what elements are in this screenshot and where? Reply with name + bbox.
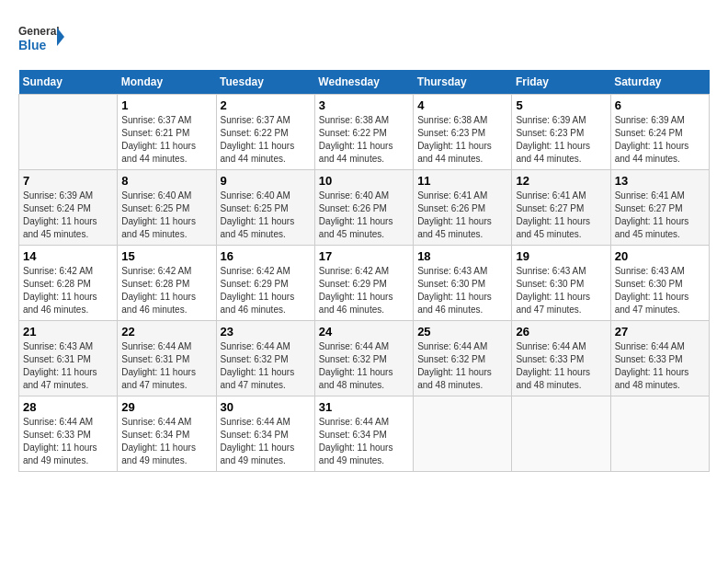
sunset-text: Sunset: 6:25 PM xyxy=(221,203,289,213)
calendar-day-18: 18Sunrise: 6:43 AMSunset: 6:30 PMDayligh… xyxy=(414,246,512,321)
sunset-text: Sunset: 6:25 PM xyxy=(121,203,189,213)
sunrise-text: Sunrise: 6:39 AM xyxy=(615,115,685,125)
day-number: 21 xyxy=(23,325,113,339)
daylight-text: Daylight: 11 hours xyxy=(417,367,492,377)
day-info: Sunrise: 6:41 AMSunset: 6:26 PMDaylight:… xyxy=(417,190,507,241)
weekday-header-tuesday: Tuesday xyxy=(216,70,314,95)
day-info: Sunrise: 6:41 AMSunset: 6:27 PMDaylight:… xyxy=(516,190,606,241)
calendar-day-29: 29Sunrise: 6:44 AMSunset: 6:34 PMDayligh… xyxy=(118,396,216,472)
daylight-minutes: and 44 minutes. xyxy=(417,154,483,164)
daylight-minutes: and 48 minutes. xyxy=(319,380,384,390)
daylight-minutes: and 47 minutes. xyxy=(23,380,88,390)
sunset-text: Sunset: 6:26 PM xyxy=(417,203,485,213)
day-info: Sunrise: 6:40 AMSunset: 6:26 PMDaylight:… xyxy=(319,190,409,241)
daylight-minutes: and 47 minutes. xyxy=(615,304,680,315)
daylight-minutes: and 46 minutes. xyxy=(121,304,187,315)
calendar-day-1: 1Sunrise: 6:37 AMSunset: 6:21 PMDaylight… xyxy=(118,95,216,170)
day-number: 22 xyxy=(121,325,211,339)
day-number: 8 xyxy=(121,174,211,188)
daylight-text: Daylight: 11 hours xyxy=(121,141,196,151)
day-number: 12 xyxy=(516,174,606,188)
day-number: 20 xyxy=(615,249,705,263)
day-info: Sunrise: 6:42 AMSunset: 6:29 PMDaylight:… xyxy=(319,265,409,316)
day-info: Sunrise: 6:39 AMSunset: 6:23 PMDaylight:… xyxy=(516,114,606,166)
daylight-minutes: and 45 minutes. xyxy=(319,229,384,239)
sunset-text: Sunset: 6:33 PM xyxy=(516,354,584,364)
day-info: Sunrise: 6:43 AMSunset: 6:30 PMDaylight:… xyxy=(615,265,705,316)
sunrise-text: Sunrise: 6:37 AM xyxy=(121,115,191,125)
sunset-text: Sunset: 6:21 PM xyxy=(121,128,189,138)
daylight-text: Daylight: 11 hours xyxy=(23,442,97,453)
page-header: General Blue xyxy=(18,18,710,55)
daylight-text: Daylight: 11 hours xyxy=(319,367,393,377)
sunrise-text: Sunrise: 6:40 AM xyxy=(121,190,191,201)
calendar-table: SundayMondayTuesdayWednesdayThursdayFrid… xyxy=(18,70,710,472)
daylight-text: Daylight: 11 hours xyxy=(23,367,97,377)
calendar-week-5: 28Sunrise: 6:44 AMSunset: 6:33 PMDayligh… xyxy=(19,396,710,472)
weekday-header-friday: Friday xyxy=(512,70,610,95)
daylight-text: Daylight: 11 hours xyxy=(516,141,590,151)
sunset-text: Sunset: 6:27 PM xyxy=(615,203,683,213)
sunset-text: Sunset: 6:27 PM xyxy=(516,203,584,213)
day-number: 24 xyxy=(319,325,409,339)
svg-marker-2 xyxy=(57,28,64,46)
sunrise-text: Sunrise: 6:44 AM xyxy=(221,341,290,351)
calendar-day-8: 8Sunrise: 6:40 AMSunset: 6:25 PMDaylight… xyxy=(118,170,216,246)
daylight-text: Daylight: 11 hours xyxy=(615,292,689,302)
sunrise-text: Sunrise: 6:44 AM xyxy=(319,341,389,351)
sunrise-text: Sunrise: 6:40 AM xyxy=(319,190,389,201)
day-number: 10 xyxy=(319,174,409,188)
sunrise-text: Sunrise: 6:43 AM xyxy=(615,266,685,276)
empty-cell xyxy=(610,396,709,472)
sunrise-text: Sunrise: 6:38 AM xyxy=(319,115,389,125)
sunrise-text: Sunrise: 6:44 AM xyxy=(23,417,93,427)
calendar-day-5: 5Sunrise: 6:39 AMSunset: 6:23 PMDaylight… xyxy=(512,95,610,170)
day-info: Sunrise: 6:42 AMSunset: 6:29 PMDaylight:… xyxy=(221,265,311,316)
sunrise-text: Sunrise: 6:44 AM xyxy=(615,341,685,351)
sunrise-text: Sunrise: 6:39 AM xyxy=(516,115,586,125)
daylight-text: Daylight: 11 hours xyxy=(516,216,590,226)
daylight-minutes: and 49 minutes. xyxy=(319,455,384,465)
sunset-text: Sunset: 6:29 PM xyxy=(319,279,387,289)
calendar-week-4: 21Sunrise: 6:43 AMSunset: 6:31 PMDayligh… xyxy=(19,321,710,396)
day-number: 2 xyxy=(221,98,311,112)
sunset-text: Sunset: 6:31 PM xyxy=(23,354,91,364)
svg-text:General: General xyxy=(18,25,60,38)
sunrise-text: Sunrise: 6:44 AM xyxy=(221,417,290,427)
day-info: Sunrise: 6:40 AMSunset: 6:25 PMDaylight:… xyxy=(121,190,211,241)
daylight-text: Daylight: 11 hours xyxy=(615,367,689,377)
day-info: Sunrise: 6:44 AMSunset: 6:34 PMDaylight:… xyxy=(319,416,409,467)
day-info: Sunrise: 6:43 AMSunset: 6:31 PMDaylight:… xyxy=(23,340,113,392)
calendar-day-26: 26Sunrise: 6:44 AMSunset: 6:33 PMDayligh… xyxy=(512,321,610,396)
day-number: 14 xyxy=(23,249,113,263)
sunrise-text: Sunrise: 6:41 AM xyxy=(417,190,487,201)
daylight-minutes: and 44 minutes. xyxy=(121,154,187,164)
day-info: Sunrise: 6:44 AMSunset: 6:33 PMDaylight:… xyxy=(23,416,113,467)
calendar-day-7: 7Sunrise: 6:39 AMSunset: 6:24 PMDaylight… xyxy=(19,170,118,246)
daylight-minutes: and 48 minutes. xyxy=(516,380,581,390)
calendar-day-3: 3Sunrise: 6:38 AMSunset: 6:22 PMDaylight… xyxy=(314,95,413,170)
day-number: 19 xyxy=(516,249,606,263)
day-number: 1 xyxy=(121,98,211,112)
calendar-day-14: 14Sunrise: 6:42 AMSunset: 6:28 PMDayligh… xyxy=(19,246,118,321)
daylight-minutes: and 45 minutes. xyxy=(615,229,680,239)
calendar-day-12: 12Sunrise: 6:41 AMSunset: 6:27 PMDayligh… xyxy=(512,170,610,246)
calendar-day-13: 13Sunrise: 6:41 AMSunset: 6:27 PMDayligh… xyxy=(610,170,709,246)
daylight-text: Daylight: 11 hours xyxy=(417,141,492,151)
sunset-text: Sunset: 6:28 PM xyxy=(121,279,189,289)
sunset-text: Sunset: 6:31 PM xyxy=(121,354,189,364)
calendar-day-30: 30Sunrise: 6:44 AMSunset: 6:34 PMDayligh… xyxy=(216,396,314,472)
daylight-minutes: and 45 minutes. xyxy=(23,229,88,239)
calendar-day-17: 17Sunrise: 6:42 AMSunset: 6:29 PMDayligh… xyxy=(314,246,413,321)
sunset-text: Sunset: 6:29 PM xyxy=(221,279,289,289)
daylight-minutes: and 49 minutes. xyxy=(221,455,286,465)
weekday-header-wednesday: Wednesday xyxy=(314,70,413,95)
sunset-text: Sunset: 6:23 PM xyxy=(516,128,584,138)
daylight-minutes: and 45 minutes. xyxy=(121,229,187,239)
day-info: Sunrise: 6:44 AMSunset: 6:34 PMDaylight:… xyxy=(121,416,211,467)
sunset-text: Sunset: 6:23 PM xyxy=(417,128,485,138)
sunrise-text: Sunrise: 6:44 AM xyxy=(121,341,191,351)
day-number: 23 xyxy=(221,325,311,339)
sunrise-text: Sunrise: 6:41 AM xyxy=(615,190,685,201)
daylight-text: Daylight: 11 hours xyxy=(319,292,393,302)
